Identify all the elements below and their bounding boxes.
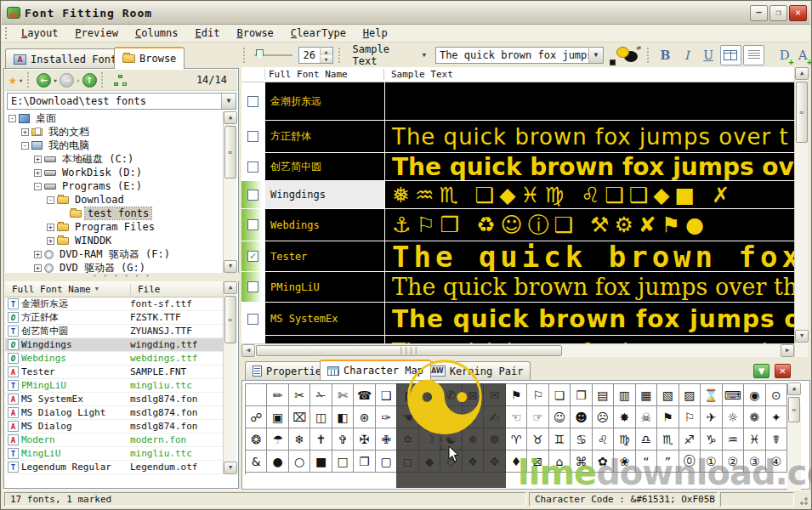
preview-row[interactable]: 金潮折东远 bbox=[241, 82, 794, 120]
charmap-cell[interactable]: ♌ bbox=[593, 428, 614, 450]
tree-scrollbar[interactable]: ▲ ▼ bbox=[223, 111, 236, 273]
expand-icon[interactable]: + bbox=[47, 237, 54, 245]
close-button[interactable]: ✕ bbox=[789, 5, 807, 21]
charmap-cell[interactable]: ❏ bbox=[549, 384, 571, 406]
font-size-value[interactable]: 26 bbox=[299, 48, 320, 63]
preview-row[interactable]: 创艺简中圆The quick brown fox jumps over t bbox=[241, 153, 794, 180]
font-checkbox[interactable] bbox=[247, 314, 258, 325]
charmap-cell[interactable]: ⚑ bbox=[506, 384, 527, 406]
font-table-row[interactable]: ATesterSAMPLE.FNT bbox=[5, 366, 223, 379]
favorites-dropdown-icon[interactable]: ▼ bbox=[20, 77, 23, 83]
font-checkbox[interactable] bbox=[247, 281, 258, 292]
charmap-cell[interactable]: ④ bbox=[766, 450, 787, 473]
tree-item[interactable]: +我的文档 bbox=[5, 125, 223, 139]
charmap-cell[interactable]: ● bbox=[267, 450, 288, 473]
sample-text-dropdown[interactable]: Sample Text ▼ bbox=[346, 41, 433, 70]
charmap-cell[interactable]: ☠ bbox=[636, 406, 657, 428]
menu-item-edit[interactable]: Edit bbox=[187, 25, 229, 42]
scroll-right-icon[interactable]: ▶ bbox=[781, 344, 794, 357]
expand-icon[interactable]: + bbox=[21, 128, 29, 136]
scroll-thumb[interactable]: |||| bbox=[256, 345, 562, 356]
charmap-cell[interactable]: “ bbox=[636, 450, 657, 473]
charmap-cell[interactable]: ◫ bbox=[310, 406, 332, 428]
collapse-icon[interactable]: - bbox=[34, 183, 42, 190]
panel-splitter[interactable]: • • • • • • bbox=[5, 273, 239, 281]
path-dropdown-icon[interactable]: ▼ bbox=[221, 94, 236, 109]
charmap-cell[interactable] bbox=[246, 384, 267, 406]
charmap-cell[interactable]: ○ bbox=[289, 450, 310, 473]
charmap-cell[interactable]: ♐ bbox=[679, 428, 701, 450]
charmap-cell[interactable]: ✸ bbox=[614, 406, 635, 428]
charmap-cell[interactable]: ♎ bbox=[636, 428, 657, 450]
charmap-cell[interactable]: ♍ bbox=[614, 428, 635, 450]
font-table-row[interactable]: AMS Dialogmsdlg874.fon bbox=[5, 420, 223, 434]
font-checkbox[interactable] bbox=[247, 162, 258, 173]
charmap-cell[interactable]: ✑ bbox=[376, 406, 397, 428]
charmap-cell[interactable]: ✠ bbox=[354, 428, 375, 450]
charmap-cell[interactable]: ⚐ bbox=[679, 406, 701, 428]
menu-item-cleartype[interactable]: ClearType bbox=[282, 25, 355, 42]
close-panel-button[interactable]: ✕ bbox=[775, 364, 791, 378]
italic-button[interactable]: I bbox=[676, 46, 697, 65]
charmap-cell[interactable]: ✈ bbox=[701, 406, 722, 428]
charmap-cell[interactable]: ⊙ bbox=[766, 384, 787, 406]
tree-item[interactable]: +Program Files bbox=[5, 220, 223, 234]
charmap-cell[interactable]: ⌂ bbox=[549, 450, 571, 473]
scroll-up-icon[interactable]: ▲ bbox=[224, 111, 237, 124]
preview-column-sample[interactable]: Sample Text bbox=[383, 69, 794, 80]
tree-item[interactable]: +DVD 驱动器 (G:) bbox=[5, 261, 223, 273]
font-size-slider[interactable] bbox=[254, 49, 292, 61]
charmap-cell[interactable]: ✞ bbox=[332, 428, 354, 450]
tree-item[interactable]: +WINDDK bbox=[5, 234, 223, 247]
scroll-thumb[interactable] bbox=[788, 397, 800, 422]
preview-row[interactable]: 方正舒体The quick brown fox jumps over t bbox=[241, 121, 794, 152]
scroll-down-icon[interactable]: ▼ bbox=[224, 462, 237, 474]
font-table-row[interactable]: T创艺简中圆ZYUANSJ.TTF bbox=[5, 325, 223, 338]
charmap-cell[interactable]: ❐ bbox=[354, 450, 375, 473]
font-checkbox[interactable] bbox=[247, 96, 258, 107]
charmap-cell[interactable]: ☞ bbox=[527, 406, 548, 428]
menu-item-browse[interactable]: Browse bbox=[228, 25, 281, 42]
back-button[interactable]: ← bbox=[37, 73, 51, 88]
minimize-button[interactable]: – bbox=[750, 5, 768, 21]
tab-installed-fonts[interactable]: A Installed Fonts bbox=[5, 48, 131, 69]
charmap-cell[interactable]: ⓪ bbox=[679, 450, 701, 473]
charmap-cell[interactable]: ☂ bbox=[267, 428, 288, 450]
charmap-cell[interactable]: ▥ bbox=[614, 384, 635, 406]
follow-folder-button[interactable] bbox=[114, 75, 127, 86]
forward-dropdown-icon[interactable]: ▼ bbox=[77, 77, 80, 83]
path-input[interactable]: E:\Download\test fonts bbox=[8, 94, 221, 109]
preview-row[interactable]: Wingdings❅♒♏ ❑◆♓♍ ♌❑❑◆■ ✗ bbox=[241, 181, 794, 208]
charmap-cell[interactable]: ♈ bbox=[506, 428, 527, 450]
font-table-row[interactable]: O方正舒体FZSTK.TTF bbox=[5, 311, 223, 325]
charmap-cell[interactable]: ◧ bbox=[332, 406, 354, 428]
expand-icon[interactable]: + bbox=[34, 251, 42, 258]
charmap-cell[interactable]: ♦ bbox=[506, 450, 527, 473]
charmap-cell[interactable]: ⌘ bbox=[571, 450, 592, 473]
scroll-up-icon[interactable]: ▲ bbox=[787, 382, 801, 395]
scroll-up-icon[interactable]: ▲ bbox=[224, 281, 237, 294]
charmap-cell[interactable]: ♒ bbox=[723, 428, 744, 450]
tab-kerning-pair[interactable]: AW Kerning Pair bbox=[422, 361, 531, 380]
expand-icon[interactable]: + bbox=[34, 264, 42, 272]
scroll-down-icon[interactable]: ▼ bbox=[224, 260, 237, 273]
menu-item-layout[interactable]: Layout bbox=[13, 25, 66, 42]
charmap-cell[interactable]: □ bbox=[332, 450, 354, 473]
preview-hscrollbar[interactable]: ◀ |||| ▶ bbox=[241, 343, 794, 357]
forward-button[interactable]: → bbox=[60, 73, 74, 88]
scroll-down-icon[interactable]: ▼ bbox=[795, 330, 809, 343]
menu-item-preview[interactable]: Preview bbox=[66, 25, 127, 42]
favorites-button[interactable]: ★ bbox=[9, 71, 17, 88]
scroll-up-icon[interactable]: ▲ bbox=[795, 67, 809, 80]
preview-row[interactable]: Webdings⚓⚐❒ ♻☺ⓘ❑ ⚒⚙✘⚑● bbox=[241, 209, 794, 241]
charmap-cell[interactable]: ■ bbox=[310, 450, 332, 473]
spin-up-icon[interactable]: ▲ bbox=[321, 48, 332, 55]
list-view-button[interactable] bbox=[743, 45, 764, 65]
charmap-cell[interactable]: ⌨ bbox=[723, 384, 744, 406]
combo-arrow-icon[interactable]: ▼ bbox=[588, 48, 603, 63]
charmap-cell[interactable]: ❂ bbox=[246, 428, 267, 450]
charmap-cell[interactable]: ☼ bbox=[723, 406, 744, 428]
path-combo[interactable]: E:\Download\test fonts ▼ bbox=[7, 93, 236, 110]
charmap-cell[interactable]: ⊛ bbox=[354, 406, 375, 428]
charmap-cell[interactable]: ” bbox=[657, 450, 679, 473]
